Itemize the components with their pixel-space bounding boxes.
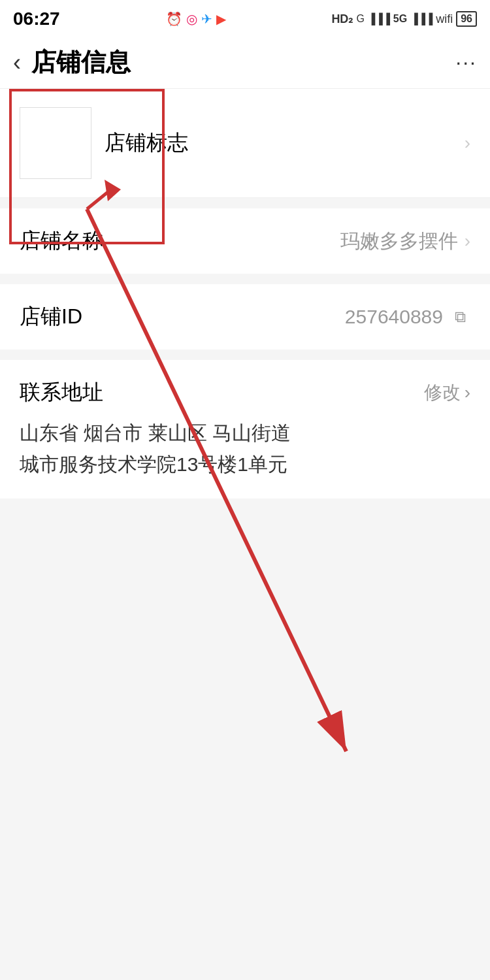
store-id-value: 257640889 ⧉ (345, 306, 470, 328)
address-line1: 山东省 烟台市 莱山区 马山街道 (20, 417, 470, 449)
address-modify-button[interactable]: 修改 › (424, 380, 470, 405)
address-modify-chevron: › (465, 382, 470, 403)
store-id-text: 257640889 (345, 306, 443, 328)
address-content: 山东省 烟台市 莱山区 马山街道 城市服务技术学院13号楼1单元 (0, 417, 490, 498)
nav-left: ‹ 店铺信息 (13, 46, 131, 79)
status-bar: 06:27 ⏰ ◎ ✈ ▶ HD₂ G ▐▐▐ 5G ▐▐▐ wifi 96 (0, 0, 490, 37)
address-label: 联系地址 (20, 378, 103, 407)
address-modify-text: 修改 (424, 380, 461, 405)
store-logo-row[interactable]: 店铺标志 › (0, 89, 490, 198)
back-button[interactable]: ‹ (13, 49, 21, 76)
store-logo-image (20, 107, 91, 179)
status-right: HD₂ G ▐▐▐ 5G ▐▐▐ wifi 96 (331, 11, 477, 27)
hd-badge: HD₂ (331, 12, 353, 26)
copy-icon[interactable]: ⧉ (449, 306, 470, 327)
store-id-label: 店铺ID (20, 302, 82, 331)
nav-bar: ‹ 店铺信息 ··· (0, 37, 490, 89)
wifi-icon: wifi (436, 12, 453, 26)
store-id-row: 店铺ID 257640889 ⧉ (0, 284, 490, 350)
content: 店铺标志 › 店铺名称 玛嫩多多摆件 › 店铺ID 257640889 ⧉ 联系… (0, 89, 490, 498)
page-title: 店铺信息 (31, 46, 131, 79)
store-name-chevron: › (465, 231, 470, 252)
store-name-row[interactable]: 店铺名称 玛嫩多多摆件 › (0, 208, 490, 274)
battery-icon: 96 (456, 11, 477, 27)
signal-g: G (356, 13, 364, 25)
store-name-label: 店铺名称 (20, 227, 103, 255)
status-time: 06:27 (13, 8, 60, 29)
store-logo-label: 店铺标志 (105, 129, 188, 157)
signal-bars-2: ▐▐▐ (410, 13, 433, 25)
store-name-text: 玛嫩多多摆件 (340, 228, 458, 255)
store-name-section: 店铺名称 玛嫩多多摆件 › (0, 208, 490, 274)
status-icons: ⏰ ◎ ✈ ▶ (166, 11, 226, 27)
app-icon-1: ⏰ (166, 11, 182, 27)
store-logo-chevron: › (465, 133, 470, 154)
store-logo-section: 店铺标志 › (0, 89, 490, 198)
more-button[interactable]: ··· (455, 50, 477, 74)
address-section: 联系地址 修改 › 山东省 烟台市 莱山区 马山街道 城市服务技术学院13号楼1… (0, 360, 490, 498)
app-icon-4: ▶ (216, 11, 226, 27)
signal-bars: ▐▐▐ (368, 13, 390, 25)
address-header-row: 联系地址 修改 › (0, 360, 490, 417)
network-5g: 5G (393, 13, 407, 25)
app-icon-2: ◎ (186, 11, 197, 27)
store-name-value: 玛嫩多多摆件 › (340, 228, 470, 255)
store-id-section: 店铺ID 257640889 ⧉ (0, 284, 490, 350)
address-line2: 城市服务技术学院13号楼1单元 (20, 449, 470, 480)
app-icon-3: ✈ (201, 11, 212, 27)
